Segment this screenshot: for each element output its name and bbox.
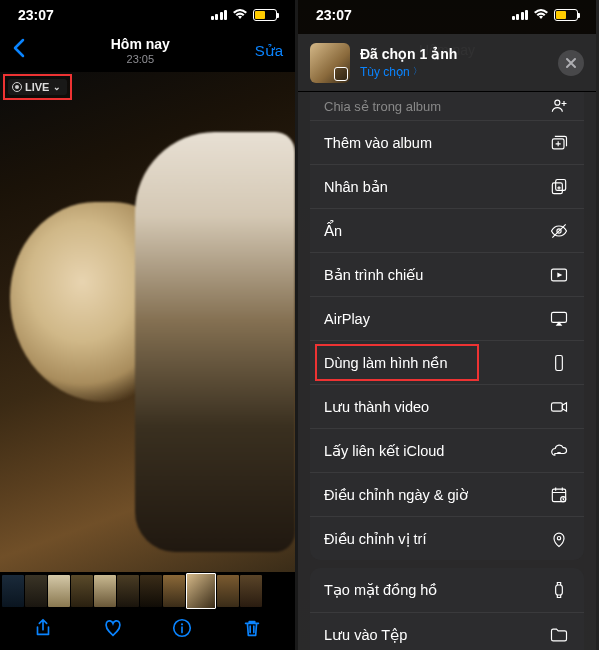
back-button[interactable]	[12, 38, 26, 64]
action-person-plus[interactable]: Chia sẻ trong album	[310, 92, 584, 120]
action-duplicate[interactable]: Nhân bản	[310, 164, 584, 208]
thumbnail[interactable]	[94, 575, 116, 607]
favorite-button[interactable]	[102, 617, 124, 643]
close-button[interactable]	[558, 50, 584, 76]
action-label: Lấy liên kết iCloud	[324, 443, 444, 459]
trash-button[interactable]	[241, 617, 263, 643]
action-folder[interactable]: Lưu vào Tệp	[310, 612, 584, 650]
status-bar: 23:07	[298, 0, 596, 30]
thumbnail[interactable]	[25, 575, 47, 607]
chevron-down-icon: ⌄	[53, 82, 61, 92]
cellular-signal-icon	[512, 10, 529, 20]
action-watch[interactable]: Tạo mặt đồng hồ	[310, 568, 584, 612]
status-bar: 23:07	[0, 0, 295, 30]
selection-count-label: Đã chọn 1 ảnh	[360, 46, 457, 62]
photo-viewport[interactable]: LIVE ⌄	[0, 72, 295, 572]
action-label: Điều chỉnh vị trí	[324, 531, 426, 547]
svg-point-13	[557, 536, 560, 539]
photo-detail-screen: 23:07 Hôm nay 23:05 Sửa LIVE ⌄	[0, 0, 298, 650]
share-button[interactable]	[32, 617, 54, 643]
battery-icon	[253, 9, 277, 21]
action-label: Điều chỉnh ngày & giờ	[324, 487, 468, 503]
svg-point-2	[555, 100, 560, 105]
live-label: LIVE	[25, 81, 49, 93]
action-label: Ẩn	[324, 223, 342, 239]
action-label: AirPlay	[324, 311, 370, 327]
thumbnail[interactable]	[217, 575, 239, 607]
thumbnail[interactable]	[71, 575, 93, 607]
action-label: Lưu vào Tệp	[324, 627, 407, 643]
bottom-toolbar	[0, 610, 295, 650]
close-icon	[565, 57, 577, 69]
svg-rect-14	[556, 585, 563, 595]
battery-fill	[255, 11, 265, 19]
chevron-right-icon: 〉	[413, 65, 422, 78]
action-eye-slash[interactable]: Ẩn	[310, 208, 584, 252]
action-group-1: Chia sẻ trong albumThêm vào albumNhân bả…	[310, 92, 584, 560]
svg-rect-10	[552, 402, 563, 410]
live-icon	[12, 82, 22, 92]
action-label: Thêm vào album	[324, 135, 432, 151]
info-button[interactable]	[171, 617, 193, 643]
battery-icon	[554, 9, 578, 21]
action-group-2: Tạo mặt đồng hồLưu vào TệpĐặt cho liên h…	[310, 568, 584, 650]
svg-rect-9	[556, 355, 563, 370]
cloud-link-icon	[548, 441, 570, 461]
thumbnail[interactable]	[2, 575, 24, 607]
share-sheet-screen: 23:07 Hôm nay Đã chọn 1 ảnh Tùy chọn 〉	[298, 0, 596, 650]
action-play-rect[interactable]: Bản trình chiếu	[310, 252, 584, 296]
selected-photo-thumbnail[interactable]	[310, 43, 350, 83]
status-time: 23:07	[316, 7, 352, 23]
duplicate-icon	[548, 177, 570, 197]
action-label: Lưu thành video	[324, 399, 429, 415]
eye-slash-icon	[548, 221, 570, 241]
cellular-signal-icon	[211, 10, 228, 20]
action-cloud-link[interactable]: Lấy liên kết iCloud	[310, 428, 584, 472]
pin-icon	[548, 529, 570, 549]
action-label: Bản trình chiếu	[324, 267, 423, 283]
battery-fill	[556, 11, 566, 19]
action-label: Chia sẻ trong album	[324, 99, 441, 114]
thumbnail[interactable]	[48, 575, 70, 607]
status-indicators	[211, 7, 278, 23]
airplay-icon	[548, 309, 570, 329]
thumbnail[interactable]	[140, 575, 162, 607]
action-video[interactable]: Lưu thành video	[310, 384, 584, 428]
svg-rect-8	[552, 312, 567, 322]
person-plus-icon	[548, 96, 570, 116]
svg-rect-5	[556, 179, 566, 190]
highlight-annotation: LIVE ⌄	[3, 74, 72, 100]
sheet-header-text: Đã chọn 1 ảnh Tùy chọn 〉	[360, 46, 457, 80]
wifi-icon	[232, 7, 248, 23]
thumbnail[interactable]	[163, 575, 185, 607]
watch-icon	[548, 580, 570, 600]
action-label: Nhân bản	[324, 179, 388, 195]
action-label: Tạo mặt đồng hồ	[324, 582, 437, 598]
action-pin[interactable]: Điều chỉnh vị trí	[310, 516, 584, 560]
share-sheet: Đã chọn 1 ảnh Tùy chọn 〉 Chia sẻ trong a…	[298, 34, 596, 650]
folder-icon	[548, 625, 570, 645]
thumbnail-strip[interactable]	[0, 572, 295, 610]
svg-rect-4	[552, 182, 562, 193]
video-icon	[548, 397, 570, 417]
thumbnail-selected[interactable]	[186, 573, 216, 609]
header-subtitle: 23:05	[111, 53, 170, 65]
edit-button[interactable]: Sửa	[255, 42, 283, 60]
thumbnail[interactable]	[117, 575, 139, 607]
svg-point-1	[181, 623, 183, 625]
status-time: 23:07	[18, 7, 54, 23]
header-center: Hôm nay 23:05	[111, 37, 170, 64]
share-sheet-body[interactable]: Chia sẻ trong albumThêm vào albumNhân bả…	[298, 92, 596, 650]
options-button[interactable]: Tùy chọn 〉	[360, 65, 422, 79]
action-album-add[interactable]: Thêm vào album	[310, 120, 584, 164]
live-photo-badge[interactable]: LIVE ⌄	[8, 79, 67, 95]
thumbnail[interactable]	[240, 575, 262, 607]
options-label: Tùy chọn	[360, 65, 410, 79]
header-title: Hôm nay	[111, 37, 170, 52]
phone-rect-icon	[548, 353, 570, 373]
photo-content	[160, 157, 240, 222]
action-airplay[interactable]: AirPlay	[310, 296, 584, 340]
action-phone-rect[interactable]: Dùng làm hình nền	[310, 340, 584, 384]
photo-header: Hôm nay 23:05 Sửa	[0, 30, 295, 72]
action-calendar[interactable]: Điều chỉnh ngày & giờ	[310, 472, 584, 516]
